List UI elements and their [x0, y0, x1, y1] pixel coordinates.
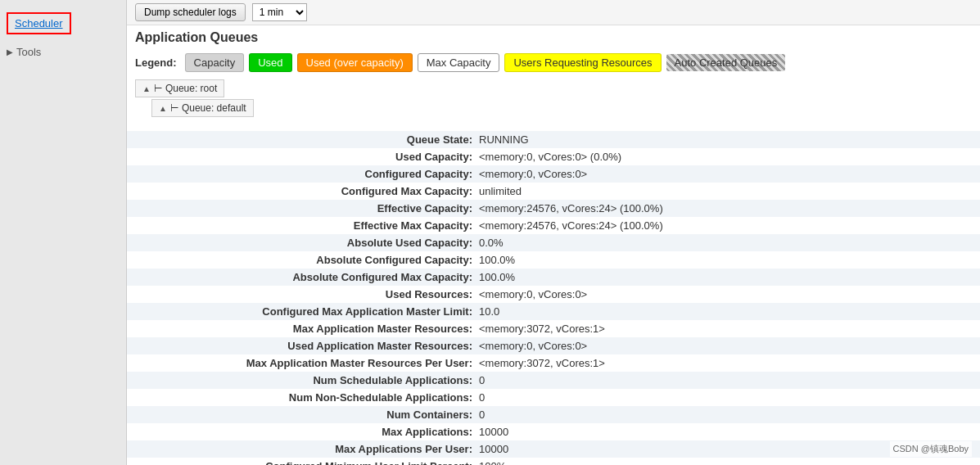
detail-key: Max Application Master Resources Per Use… [135, 357, 479, 369]
legend-used-over: Used (over capacity) [297, 53, 413, 72]
detail-row: Effective Max Capacity:<memory:24576, vC… [127, 217, 980, 234]
detail-key: Queue State: [135, 133, 479, 146]
detail-value: 0 [479, 409, 485, 421]
detail-value: 10.0 [479, 305, 499, 318]
detail-value: 0 [479, 391, 485, 404]
detail-value: <memory:0, vCores:0> (0.0%) [479, 151, 621, 163]
app-queues-title: Application Queues [135, 30, 972, 45]
detail-key: Configured Capacity: [135, 168, 479, 180]
detail-row: Used Resources:<memory:0, vCores:0> [127, 286, 980, 303]
detail-key: Effective Max Capacity: [135, 219, 479, 232]
detail-row: Configured Minimum User Limit Percent:10… [127, 458, 980, 465]
detail-value: <memory:0, vCores:0> [479, 168, 587, 180]
detail-value: <memory:24576, vCores:24> (100.0%) [479, 219, 663, 232]
detail-key: Max Applications Per User: [135, 443, 479, 455]
detail-row: Max Applications Per User:10000 [127, 440, 980, 458]
details-section: Queue State:RUNNINGUsed Capacity:<memory… [127, 131, 980, 465]
detail-key: Num Schedulable Applications: [135, 374, 479, 386]
detail-key: Max Applications: [135, 426, 479, 438]
queue-expand-icon: ▲ [142, 84, 151, 93]
detail-value: 10000 [479, 443, 508, 455]
detail-key: Max Application Master Resources: [135, 323, 479, 335]
top-bar: Dump scheduler logs 1 min 5 min 10 min [127, 0, 980, 25]
detail-value: <memory:24576, vCores:24> (100.0%) [479, 202, 663, 214]
detail-value: <memory:0, vCores:0> [479, 340, 587, 352]
detail-key: Absolute Configured Max Capacity: [135, 271, 479, 283]
sidebar-item-tools[interactable]: ▶ Tools [0, 43, 126, 61]
detail-row: Absolute Configured Max Capacity:100.0% [127, 269, 980, 286]
detail-row: Num Non-Schedulable Applications:0 [127, 389, 980, 406]
sidebar-tools-label: Tools [16, 46, 41, 58]
detail-key: Num Containers: [135, 409, 479, 421]
detail-value: <memory:3072, vCores:1> [479, 357, 605, 369]
detail-row: Absolute Configured Capacity:100.0% [127, 251, 980, 269]
detail-row: Num Schedulable Applications:0 [127, 372, 980, 389]
queue-root-label: Queue: root [165, 83, 217, 94]
tools-arrow-icon: ▶ [7, 47, 13, 56]
detail-value: 100% [479, 460, 506, 465]
queue-tree: ▲ ⊢ Queue: root ▲ ⊢ Queue: default [135, 79, 972, 118]
detail-row: Absolute Used Capacity:0.0% [127, 234, 980, 251]
legend-bar: Legend: Capacity Used Used (over capacit… [135, 50, 972, 75]
legend-used: Used [249, 53, 291, 72]
detail-key: Num Non-Schedulable Applications: [135, 391, 479, 404]
detail-value: <memory:0, vCores:0> [479, 288, 587, 300]
app-queues-section: Application Queues Legend: Capacity Used… [127, 25, 980, 129]
detail-key: Configured Max Capacity: [135, 185, 479, 197]
dump-logs-button[interactable]: Dump scheduler logs [135, 3, 246, 21]
detail-key: Configured Minimum User Limit Percent: [135, 460, 479, 465]
legend-auto-created: Auto Created Queues [666, 54, 786, 71]
detail-value: 0.0% [479, 237, 504, 249]
detail-value: 100.0% [479, 271, 515, 283]
detail-row: Used Capacity:<memory:0, vCores:0> (0.0%… [127, 148, 980, 165]
detail-value: 0 [479, 374, 485, 386]
detail-value: 10000 [479, 426, 508, 438]
detail-value: RUNNING [479, 133, 529, 146]
sidebar-item-scheduler[interactable]: Scheduler [7, 12, 71, 34]
queue-item-root[interactable]: ▲ ⊢ Queue: root [135, 79, 224, 97]
detail-key: Absolute Configured Capacity: [135, 254, 479, 266]
queue-item-sub-label: ⊢ [170, 102, 178, 114]
detail-row: Max Application Master Resources:<memory… [127, 320, 980, 337]
queue-item-label: ⊢ [154, 83, 162, 94]
sidebar: Scheduler ▶ Tools [0, 0, 127, 465]
detail-row: Effective Capacity:<memory:24576, vCores… [127, 200, 980, 217]
detail-key: Used Capacity: [135, 151, 479, 163]
detail-row: Used Application Master Resources:<memor… [127, 337, 980, 354]
legend-max-capacity: Max Capacity [418, 53, 500, 72]
legend-users-requesting: Users Requesting Resources [504, 53, 661, 72]
queue-default-label: Queue: default [182, 102, 246, 114]
detail-row: Configured Capacity:<memory:0, vCores:0> [127, 165, 980, 183]
legend-capacity: Capacity [185, 53, 245, 72]
detail-key: Configured Max Application Master Limit: [135, 305, 479, 318]
legend-label: Legend: [135, 56, 177, 69]
detail-key: Used Resources: [135, 288, 479, 300]
detail-key: Used Application Master Resources: [135, 340, 479, 352]
detail-row: Max Application Master Resources Per Use… [127, 354, 980, 372]
detail-key: Effective Capacity: [135, 202, 479, 214]
interval-select[interactable]: 1 min 5 min 10 min [252, 3, 307, 21]
detail-row: Configured Max Application Master Limit:… [127, 303, 980, 320]
detail-value: unlimited [479, 185, 522, 197]
detail-value: 100.0% [479, 254, 515, 266]
queue-default-expand-icon: ▲ [159, 104, 167, 113]
detail-row: Max Applications:10000 [127, 423, 980, 440]
detail-value: <memory:3072, vCores:1> [479, 323, 605, 335]
queue-item-default[interactable]: ▲ ⊢ Queue: default [151, 99, 254, 117]
watermark: CSDN @镇魂Boby [890, 441, 972, 457]
detail-row: Queue State:RUNNING [127, 131, 980, 148]
detail-row: Num Containers:0 [127, 406, 980, 423]
detail-key: Absolute Used Capacity: [135, 237, 479, 249]
main-content: Dump scheduler logs 1 min 5 min 10 min A… [127, 0, 980, 465]
detail-row: Configured Max Capacity:unlimited [127, 183, 980, 200]
